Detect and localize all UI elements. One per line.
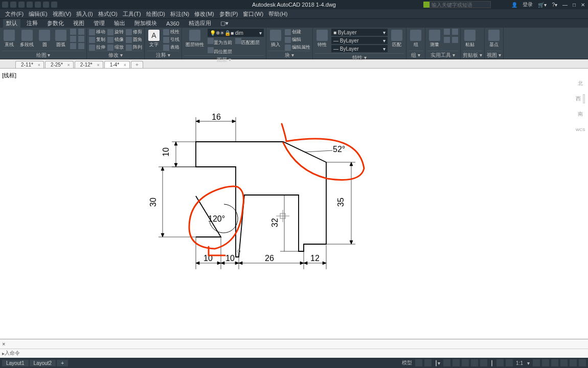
- panel-modify-label[interactable]: 修改 ▾: [89, 51, 142, 59]
- tab-extra-icon[interactable]: ▢▾: [217, 19, 232, 27]
- region-icon[interactable]: [78, 43, 84, 49]
- lineweight-combo[interactable]: — ByLayer▾: [331, 37, 388, 44]
- menu-format[interactable]: 格式(O): [98, 10, 118, 18]
- util-icon-4[interactable]: [452, 37, 458, 43]
- tab-featured[interactable]: 精选应用: [186, 19, 214, 28]
- workspace-icon[interactable]: [533, 359, 540, 366]
- trim-button[interactable]: 修剪: [126, 29, 142, 35]
- file-tab[interactable]: 1-4*×: [104, 61, 130, 68]
- copy-button[interactable]: 复制: [89, 36, 105, 43]
- insert-button[interactable]: 插入: [268, 29, 283, 49]
- linear-dim-button[interactable]: 线性: [163, 29, 179, 35]
- menu-help[interactable]: 帮助(H): [268, 10, 287, 18]
- panel-util-label[interactable]: 实用工具 ▾: [427, 51, 458, 59]
- scale-button[interactable]: 缩放: [107, 44, 124, 51]
- layout-tab[interactable]: Layout1: [2, 360, 29, 366]
- util-icon-2[interactable]: [452, 29, 458, 35]
- layout-tab[interactable]: Layout2: [30, 360, 56, 366]
- ellipse-icon[interactable]: [70, 36, 76, 42]
- tab-output[interactable]: 输出: [111, 19, 128, 28]
- menu-dim[interactable]: 标注(N): [170, 10, 189, 18]
- menu-draw[interactable]: 绘图(D): [146, 10, 165, 18]
- qat-open-icon[interactable]: [18, 2, 25, 8]
- annoscale-icon[interactable]: [496, 359, 504, 366]
- close-tab-icon[interactable]: ×: [97, 62, 99, 68]
- close-tab-icon[interactable]: ×: [38, 62, 40, 68]
- line-button[interactable]: 直线: [2, 29, 16, 49]
- menu-insert[interactable]: 插入(I): [76, 10, 93, 18]
- rect-icon[interactable]: [70, 29, 76, 35]
- signin-icon[interactable]: 👤: [511, 2, 517, 8]
- linetype-combo[interactable]: — ByLayer▾: [331, 45, 388, 52]
- layer-more-button[interactable]: 四位图层: [208, 47, 264, 55]
- arc-button[interactable]: 圆弧: [54, 29, 68, 49]
- hardware-icon[interactable]: [560, 359, 568, 366]
- circle-button[interactable]: 圆: [37, 29, 52, 49]
- menu-tools[interactable]: 工具(T): [123, 10, 141, 18]
- table-button[interactable]: 表格: [163, 44, 179, 51]
- block-create-button[interactable]: 创建: [285, 29, 310, 35]
- signin-label[interactable]: 登录: [523, 1, 533, 8]
- file-tab[interactable]: 2-12*×: [75, 61, 103, 68]
- tab-default[interactable]: 默认: [3, 19, 20, 28]
- ortho-icon[interactable]: [443, 359, 450, 366]
- osnap-icon[interactable]: [462, 359, 469, 366]
- drawing-canvas[interactable]: [线框] 北 西 南 WCS: [0, 69, 588, 339]
- match-layer-button[interactable]: 匹配图层: [235, 38, 260, 46]
- clean-icon[interactable]: [570, 359, 577, 366]
- panel-block-label[interactable]: 块 ▾: [268, 51, 310, 59]
- paste-button[interactable]: 粘贴: [463, 29, 477, 49]
- status-scale[interactable]: 1:1: [515, 360, 524, 366]
- qat-print-icon[interactable]: [51, 2, 57, 8]
- mirror-button[interactable]: 镜像: [107, 36, 124, 43]
- file-tab[interactable]: 2-11*×: [15, 61, 44, 68]
- layer-props-button[interactable]: 图层特性: [184, 29, 206, 49]
- snap-icon[interactable]: [424, 359, 432, 366]
- panel-annot-label[interactable]: 注释 ▾: [147, 51, 179, 59]
- menu-edit[interactable]: 编辑(E): [29, 10, 48, 18]
- custom-icon[interactable]: [579, 359, 586, 366]
- panel-draw-label[interactable]: 绘图 ▾: [2, 51, 84, 59]
- win-max-icon[interactable]: □: [573, 2, 576, 8]
- match-props-button[interactable]: 匹配: [390, 29, 404, 49]
- qat-redo-icon[interactable]: [43, 2, 49, 8]
- menu-param[interactable]: 参数(P): [219, 10, 238, 18]
- make-current-button[interactable]: 置为当前: [208, 38, 232, 46]
- annovisible-icon[interactable]: [506, 359, 513, 366]
- group-button[interactable]: 组: [409, 29, 423, 49]
- tab-parametric[interactable]: 参数化: [44, 19, 67, 28]
- help-icon[interactable]: ?▾: [552, 2, 557, 8]
- leader-button[interactable]: 引线: [163, 36, 179, 43]
- lock-icon[interactable]: [542, 359, 549, 366]
- otrack-icon[interactable]: [471, 359, 478, 366]
- qat-save-icon[interactable]: [27, 2, 33, 8]
- array-button[interactable]: 阵列: [126, 44, 142, 51]
- hatch-icon[interactable]: [78, 36, 84, 42]
- new-tab-button[interactable]: +: [131, 61, 143, 68]
- polyline-button[interactable]: 多段线: [18, 29, 35, 49]
- block-attr-button[interactable]: 编辑属性: [285, 44, 310, 51]
- close-tab-icon[interactable]: ×: [67, 62, 70, 68]
- search-input[interactable]: [429, 1, 491, 8]
- close-tab-icon[interactable]: ×: [124, 62, 126, 68]
- layer-combo[interactable]: 💡❄☀🔒■ dim▾: [208, 29, 264, 37]
- app-menu-icon[interactable]: [2, 2, 8, 8]
- panel-view-label[interactable]: 视图 ▾: [487, 51, 501, 59]
- fillet-button[interactable]: 圆角: [126, 36, 142, 43]
- lwt-icon[interactable]: [480, 359, 487, 366]
- tab-addins[interactable]: 附加模块: [131, 19, 160, 28]
- stretch-button[interactable]: 拉伸: [89, 44, 105, 51]
- menu-view[interactable]: 视图(V): [53, 10, 72, 18]
- panel-clip-label[interactable]: 剪贴板 ▾: [463, 51, 482, 59]
- menu-window[interactable]: 窗口(W): [243, 10, 263, 18]
- command-input[interactable]: ▸ 入命令: [0, 349, 588, 357]
- props-button[interactable]: 特性: [315, 29, 329, 49]
- cmd-close-icon[interactable]: ×: [2, 341, 5, 347]
- polar-icon[interactable]: [453, 359, 460, 366]
- win-min-icon[interactable]: —: [562, 2, 568, 8]
- move-button[interactable]: 移动: [89, 29, 105, 35]
- exchange-icon[interactable]: 🛒▾: [538, 2, 547, 8]
- color-combo[interactable]: ■ ByLayer▾: [331, 29, 388, 36]
- tab-a360[interactable]: A360: [163, 20, 183, 27]
- status-model[interactable]: 模型: [401, 359, 413, 366]
